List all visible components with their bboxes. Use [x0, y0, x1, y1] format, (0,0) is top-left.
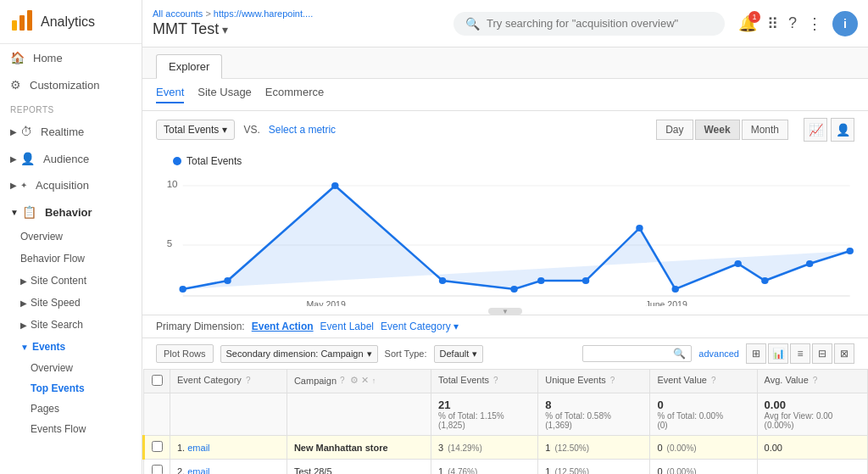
total-events-help-icon[interactable]: ? [493, 376, 498, 385]
acquisition-icon: ✦ [20, 181, 27, 190]
view-btn-compare[interactable]: ⊠ [834, 343, 854, 364]
plot-rows-button[interactable]: Plot Rows [156, 344, 214, 363]
events-label: Events [32, 341, 65, 353]
tab-explorer[interactable]: Explorer [156, 54, 222, 79]
pie-chart-btn[interactable]: 👤 [831, 118, 854, 142]
site-search-label: Site Search [31, 319, 83, 331]
select-metric-link[interactable]: Select a metric [269, 124, 336, 136]
chart-container: 10 5 [156, 170, 854, 306]
svg-point-15 [582, 277, 589, 284]
table-search-box[interactable]: 🔍 [582, 345, 692, 362]
chart-toolbar: Total Events ▾ VS. Select a metric Day W… [142, 111, 868, 148]
sidebar-item-site-content[interactable]: ▶ Site Content [0, 270, 142, 292]
user-avatar[interactable]: i [832, 11, 858, 36]
sidebar-item-top-events[interactable]: Top Events [0, 378, 142, 399]
view-btn-grid[interactable]: ⊞ [746, 343, 766, 364]
sidebar-item-site-speed[interactable]: ▶ Site Speed [0, 292, 142, 314]
svg-point-9 [179, 286, 186, 293]
totals-category-cell [170, 393, 287, 436]
notification-bell[interactable]: 🔔 1 [738, 14, 757, 33]
search-input[interactable] [487, 17, 707, 30]
svg-rect-2 [27, 10, 32, 31]
sidebar-item-home[interactable]: 🏠 Home [0, 44, 142, 71]
sidebar-item-pages[interactable]: Pages [0, 399, 142, 419]
sidebar-item-events-overview[interactable]: Overview [0, 358, 142, 378]
metric-dropdown[interactable]: Total Events ▾ [156, 120, 235, 140]
customization-icon: ⚙ [10, 78, 21, 92]
svg-point-11 [331, 182, 338, 189]
sidebar-item-realtime[interactable]: ▶ ⏱ Realtime [0, 118, 142, 145]
search-bar[interactable]: 🔍 [453, 12, 725, 36]
primary-dim-event-action[interactable]: Event Action [252, 321, 314, 332]
sidebar-item-behavior[interactable]: ▼ 📋 Behavior [0, 198, 142, 226]
primary-dim-event-category[interactable]: Event Category ▾ [381, 321, 459, 332]
sidebar-item-site-search[interactable]: ▶ Site Search [0, 314, 142, 336]
totals-total-events-val: 21 [438, 399, 531, 411]
event-category-help-icon[interactable]: ? [246, 376, 251, 385]
sidebar-item-behavior-flow[interactable]: Behavior Flow [0, 248, 142, 270]
sidebar-item-events-flow[interactable]: Events Flow [0, 419, 142, 439]
breadcrumb-url-link[interactable]: https://www.harepoint.... [214, 8, 313, 19]
svg-point-13 [510, 286, 517, 293]
totals-campaign-cell [287, 393, 431, 436]
sub-tab-event[interactable]: Event [156, 86, 184, 103]
sub-tab-site-usage[interactable]: Site Usage [198, 86, 252, 103]
period-btn-day[interactable]: Day [656, 120, 693, 140]
sidebar-item-events[interactable]: ▼ Events [0, 336, 142, 358]
row1-total-events-pct: (14.29%) [448, 443, 482, 453]
sidebar-item-behavior-overview[interactable]: Overview [0, 226, 142, 248]
behavior-flow-label: Behavior Flow [20, 253, 85, 265]
totals-unique-events-val: 8 [545, 399, 643, 411]
view-btn-chart[interactable]: 📊 [768, 343, 788, 364]
table-search-input[interactable] [588, 349, 673, 359]
totals-check-cell [144, 393, 170, 436]
totals-event-value-pct: % of Total: 0.00% [657, 411, 749, 421]
select-all-checkbox[interactable] [152, 375, 163, 386]
row2-num: 2. [177, 466, 185, 475]
row2-check[interactable] [144, 460, 170, 475]
sidebar-item-acquisition[interactable]: ▶ ✦ Acquisition [0, 172, 142, 198]
unique-events-help-icon[interactable]: ? [610, 376, 615, 385]
events-overview-label: Overview [31, 362, 73, 374]
account-selector[interactable]: MMT Test ▾ [153, 20, 440, 38]
row2-total-events-val: 1 [438, 466, 443, 475]
period-btn-month[interactable]: Month [742, 120, 788, 140]
sub-tab-ecommerce[interactable]: Ecommerce [265, 86, 324, 103]
row1-check[interactable] [144, 436, 170, 460]
primary-dim-event-label[interactable]: Event Label [320, 321, 374, 332]
sidebar-item-customization[interactable]: ⚙ Customization [0, 71, 142, 98]
advanced-link[interactable]: advanced [698, 349, 739, 359]
secondary-dimension-dropdown[interactable]: Secondary dimension: Campaign ▾ [220, 345, 378, 363]
svg-point-12 [439, 277, 446, 284]
view-btn-pivot[interactable]: ⊟ [812, 343, 832, 364]
totals-unique-events-pct: % of Total: 0.58% [545, 411, 643, 421]
period-btn-week[interactable]: Week [695, 120, 740, 140]
col-header-total-events: Total Events ? [431, 370, 538, 393]
col-header-check [144, 370, 170, 393]
svg-marker-8 [183, 186, 850, 289]
top-events-label: Top Events [31, 382, 85, 394]
help-icon[interactable]: ? [788, 14, 797, 32]
site-speed-expand-arrow: ▶ [20, 298, 27, 308]
svg-point-21 [846, 248, 853, 254]
sort-type-dropdown[interactable]: Default ▾ [434, 345, 484, 363]
tabs-bar: Explorer [142, 47, 868, 79]
table-row: 1. email New Manhattan store 3 (14.29%) … [144, 436, 868, 460]
row2-category-link[interactable]: email [187, 466, 209, 475]
row1-category-link[interactable]: email [187, 443, 209, 453]
breadcrumb-account-link[interactable]: All accounts [153, 8, 203, 19]
view-btn-list[interactable]: ≡ [790, 343, 810, 364]
col-header-avg-value: Avg. Value ? [757, 370, 867, 393]
totals-avg-value-sub: Avg for View: 0.00 [765, 411, 860, 421]
apps-grid-icon[interactable]: ⠿ [767, 14, 778, 33]
sidebar-item-audience[interactable]: ▶ 👤 Audience [0, 145, 142, 172]
campaign-help-icon[interactable]: ? [340, 376, 345, 385]
event-value-help-icon[interactable]: ? [711, 376, 716, 385]
row2-total-events-pct: (4.76%) [448, 467, 477, 475]
realtime-icon: ⏱ [20, 125, 32, 138]
more-options-icon[interactable]: ⋮ [807, 14, 822, 33]
site-search-expand-arrow: ▶ [20, 321, 27, 330]
avg-value-help-icon[interactable]: ? [813, 376, 818, 385]
svg-point-19 [761, 277, 768, 284]
line-chart-btn[interactable]: 📈 [804, 118, 827, 142]
